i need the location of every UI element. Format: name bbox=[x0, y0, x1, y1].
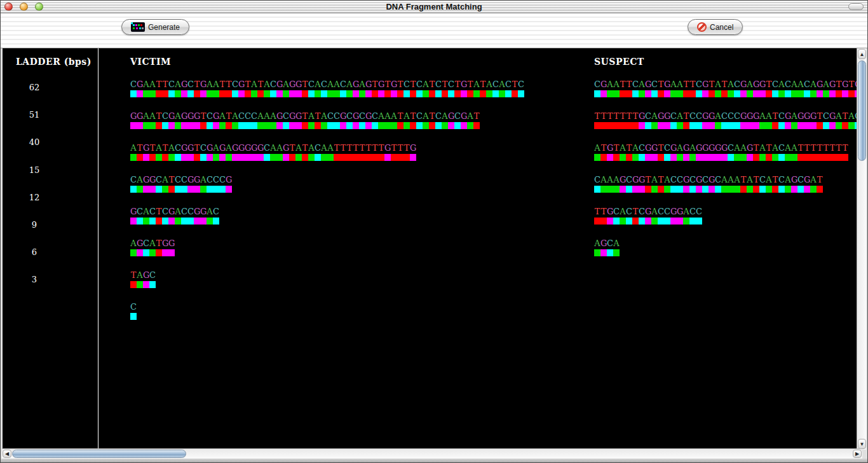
fragment-band bbox=[594, 249, 620, 256]
fragment-sequence: CAAAGCGGTATACCGCGCGCAAATATCATCAGCGAT bbox=[594, 173, 823, 183]
ladder-value: 40 bbox=[20, 137, 48, 147]
fragment-band bbox=[130, 249, 175, 256]
fragment-band bbox=[594, 154, 848, 161]
fragment-sequence: ATGTATACGGTCGAGAGGGGGCAAGTATACAATTTTTTTT… bbox=[130, 141, 416, 151]
fragment-sequence: TTTTTTTGCAGGCATCCGGACCCGGGAATCGAGGGTCGAT… bbox=[594, 109, 858, 119]
fragment-sequence: GGAATCGAGGGTCGATACCCAAAGCGGTATACCGCGCGCA… bbox=[130, 109, 480, 119]
fragment-band bbox=[130, 281, 156, 288]
ladder-value: 62 bbox=[20, 83, 48, 92]
column-separator bbox=[98, 48, 98, 450]
victim-header: VICTIM bbox=[130, 57, 171, 67]
ladder-value: 6 bbox=[20, 247, 48, 257]
prohibition-icon bbox=[697, 22, 707, 32]
scroll-up-icon[interactable]: ▲ bbox=[858, 49, 866, 59]
scroll-down-icon[interactable]: ▼ bbox=[858, 439, 866, 449]
fragment-band bbox=[130, 90, 524, 97]
horizontal-scrollbar[interactable]: ◀ ▶ bbox=[2, 448, 862, 459]
ladder-value: 3 bbox=[20, 275, 48, 284]
fragment-band bbox=[130, 186, 232, 193]
fragment-sequence: C bbox=[130, 300, 137, 310]
fragment-band bbox=[130, 122, 480, 129]
window-bottom-edge bbox=[1, 459, 867, 462]
generate-button-label: Generate bbox=[148, 23, 180, 32]
fragment-band bbox=[130, 154, 416, 161]
generate-button[interactable]: Generate bbox=[121, 19, 189, 35]
suspect-header: SUSPECT bbox=[594, 57, 644, 67]
fragment-band bbox=[594, 186, 823, 193]
fragment-sequence: GCACTCGACCGGAC bbox=[130, 205, 219, 214]
ladder-value: 51 bbox=[20, 110, 48, 120]
fragment-band bbox=[130, 313, 137, 320]
collapse-widget-icon[interactable] bbox=[848, 3, 864, 10]
fragment-band bbox=[130, 218, 219, 225]
fragment-sequence: CGAATTCAGCTGAATTCGTATACGAGGTCACAACAGAGTG… bbox=[594, 78, 858, 87]
fragment-band bbox=[594, 90, 858, 97]
toolbar: Generate Cancel bbox=[1, 13, 867, 48]
cancel-button[interactable]: Cancel bbox=[688, 19, 743, 35]
fragment-sequence: TAGC bbox=[130, 268, 156, 278]
gel-canvas: LADDER (bps) 6251401512963 VICTIM CGAATT… bbox=[3, 48, 858, 450]
horizontal-scroll-thumb[interactable] bbox=[12, 450, 186, 458]
fragment-band bbox=[594, 122, 858, 129]
fragment-sequence: ATGTATACGGTCGAGAGGGGGCAAGTATACAATTTTTTTT bbox=[594, 141, 848, 151]
vertical-scroll-thumb[interactable] bbox=[858, 60, 866, 161]
ladder-value: 9 bbox=[20, 220, 48, 230]
fragment-band bbox=[594, 218, 702, 225]
scroll-right-icon[interactable]: ▶ bbox=[853, 450, 862, 458]
ladder-value: 12 bbox=[20, 193, 48, 202]
fragment-sequence: CGAATTCAGCTGAATTCGTATACGAGGTCACAACAGAGTG… bbox=[130, 78, 524, 87]
generate-gel-icon bbox=[131, 22, 145, 32]
vertical-scrollbar[interactable]: ▲ ▼ bbox=[857, 48, 866, 450]
fragment-sequence: AGCA bbox=[594, 237, 620, 246]
cancel-button-label: Cancel bbox=[710, 23, 733, 32]
scroll-left-icon[interactable]: ◀ bbox=[3, 450, 11, 458]
title-bar: DNA Fragment Matching bbox=[1, 1, 867, 13]
window-title: DNA Fragment Matching bbox=[1, 2, 867, 11]
fragment-sequence: CAGGCATCCGGACCCG bbox=[130, 173, 232, 183]
app-window: DNA Fragment Matching Generate Cancel LA… bbox=[0, 0, 868, 463]
ladder-value: 15 bbox=[20, 165, 48, 175]
fragment-sequence: TTGCACTCGACCGGACC bbox=[594, 205, 702, 214]
fragment-sequence: AGCATGG bbox=[130, 237, 175, 246]
ladder-header: LADDER (bps) bbox=[16, 57, 92, 67]
